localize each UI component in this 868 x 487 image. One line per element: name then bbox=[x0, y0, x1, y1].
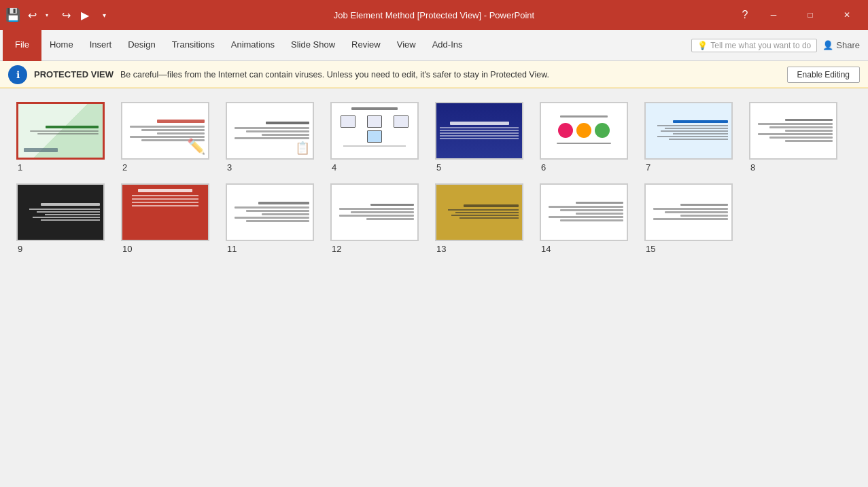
undo-icon[interactable]: ↩ bbox=[24, 7, 39, 22]
tab-transitions[interactable]: Transitions bbox=[164, 30, 223, 61]
slide-number: 9 bbox=[16, 244, 22, 254]
tab-insert[interactable]: Insert bbox=[82, 30, 120, 61]
tab-animations[interactable]: Animations bbox=[223, 30, 283, 61]
slide-number: 13 bbox=[435, 244, 446, 254]
search-lightbulb-icon: 💡 bbox=[697, 41, 708, 50]
slide-number: 6 bbox=[540, 162, 546, 173]
tab-home[interactable]: Home bbox=[41, 30, 82, 61]
slide-number: 12 bbox=[330, 244, 341, 254]
list-item[interactable]: 13 bbox=[432, 181, 526, 257]
tab-file[interactable]: File bbox=[3, 30, 41, 61]
title-bar: 💾 ↩ ▾ ↪ ▶ ▾ Job Element Method [Protecte… bbox=[0, 0, 868, 30]
ribbon-search-area: 💡 Tell me what you want to do 👤 Share bbox=[691, 39, 865, 52]
list-item[interactable]: 15 bbox=[642, 181, 735, 257]
tab-slideshow[interactable]: Slide Show bbox=[283, 30, 343, 61]
protected-view-message: Be careful—files from the Internet can c… bbox=[120, 70, 780, 79]
slide-number: 7 bbox=[644, 162, 650, 173]
ribbon: File Home Insert Design Transitions Anim… bbox=[0, 30, 868, 61]
title-bar-left: 💾 ↩ ▾ ↪ ▶ ▾ bbox=[5, 7, 111, 22]
list-item[interactable]: 10 bbox=[118, 181, 212, 257]
slide-thumbnail bbox=[330, 183, 419, 241]
tab-review[interactable]: Review bbox=[343, 30, 389, 61]
customize-icon[interactable]: ▾ bbox=[97, 7, 111, 22]
slide-number: 10 bbox=[121, 244, 132, 254]
slide-number: 1 bbox=[16, 162, 22, 173]
list-item[interactable]: 9 bbox=[14, 181, 107, 257]
minimize-button[interactable]: ─ bbox=[758, 0, 789, 30]
list-item[interactable]: ✏️ 2 bbox=[118, 99, 212, 175]
slide-thumbnail bbox=[16, 183, 105, 241]
slide-number: 2 bbox=[121, 162, 127, 173]
slide-thumbnail bbox=[540, 183, 628, 241]
present-icon[interactable]: ▶ bbox=[77, 7, 92, 22]
slide-thumbnail bbox=[330, 102, 419, 160]
redo-icon[interactable]: ↪ bbox=[58, 7, 73, 22]
slide-number: 5 bbox=[435, 162, 441, 173]
list-item[interactable]: 📋 3 bbox=[223, 99, 317, 175]
list-item[interactable]: 11 bbox=[223, 181, 317, 257]
list-item[interactable]: 4 bbox=[328, 99, 421, 175]
slide-thumbnail bbox=[121, 183, 209, 241]
close-button[interactable]: ✕ bbox=[831, 0, 863, 30]
list-item[interactable]: 8 bbox=[746, 99, 840, 175]
slide-number: 11 bbox=[226, 244, 237, 254]
slide-thumbnail bbox=[540, 102, 628, 160]
user-icon: 👤 bbox=[822, 40, 833, 50]
undo-area: ↩ ▾ bbox=[24, 7, 54, 22]
slide-thumbnail bbox=[435, 102, 523, 160]
list-item[interactable]: 1 bbox=[14, 99, 107, 175]
undo-dropdown-icon[interactable]: ▾ bbox=[39, 7, 54, 22]
list-item[interactable]: 7 bbox=[642, 99, 735, 175]
slide-thumbnail bbox=[226, 183, 314, 241]
ribbon-search-box[interactable]: 💡 Tell me what you want to do bbox=[691, 39, 817, 52]
slide-grid: 1 ✏️ 2 bbox=[14, 99, 854, 257]
slide-number: 8 bbox=[749, 162, 755, 173]
list-item[interactable]: 12 bbox=[328, 181, 421, 257]
shield-icon: ℹ bbox=[8, 65, 27, 84]
list-item[interactable]: 6 bbox=[537, 99, 631, 175]
slide-thumbnail bbox=[644, 183, 733, 241]
help-icon[interactable]: ? bbox=[737, 7, 752, 22]
protected-view-bar: ℹ PROTECTED VIEW Be careful—files from t… bbox=[0, 61, 868, 88]
slide-thumbnail bbox=[16, 102, 105, 160]
tab-addins[interactable]: Add-Ins bbox=[424, 30, 471, 61]
search-placeholder-text: Tell me what you want to do bbox=[710, 41, 811, 50]
slide-thumbnail bbox=[644, 102, 733, 160]
save-icon[interactable]: 💾 bbox=[5, 7, 20, 22]
tab-design[interactable]: Design bbox=[120, 30, 163, 61]
window-title: Job Element Method [Protected View] - Po… bbox=[334, 10, 534, 20]
slide-grid-container: 1 ✏️ 2 bbox=[0, 88, 868, 487]
list-item[interactable]: 5 bbox=[432, 99, 526, 175]
slide-thumbnail bbox=[749, 102, 837, 160]
share-button[interactable]: 👤 Share bbox=[822, 40, 860, 50]
slide-thumbnail: 📋 bbox=[226, 102, 314, 160]
slide-thumbnail bbox=[435, 183, 523, 241]
slide-thumbnail: ✏️ bbox=[121, 102, 209, 160]
list-item[interactable]: 14 bbox=[537, 181, 631, 257]
slide-number: 15 bbox=[644, 244, 655, 254]
slide-number: 3 bbox=[226, 162, 232, 173]
slide-number: 14 bbox=[540, 244, 551, 254]
enable-editing-button[interactable]: Enable Editing bbox=[787, 67, 860, 83]
maximize-button[interactable]: □ bbox=[795, 0, 826, 30]
protected-view-label: PROTECTED VIEW bbox=[34, 69, 114, 79]
title-bar-controls: ? ─ □ ✕ bbox=[737, 0, 863, 30]
share-label: Share bbox=[836, 40, 860, 50]
slide-number: 4 bbox=[330, 162, 336, 173]
tab-view[interactable]: View bbox=[389, 30, 424, 61]
